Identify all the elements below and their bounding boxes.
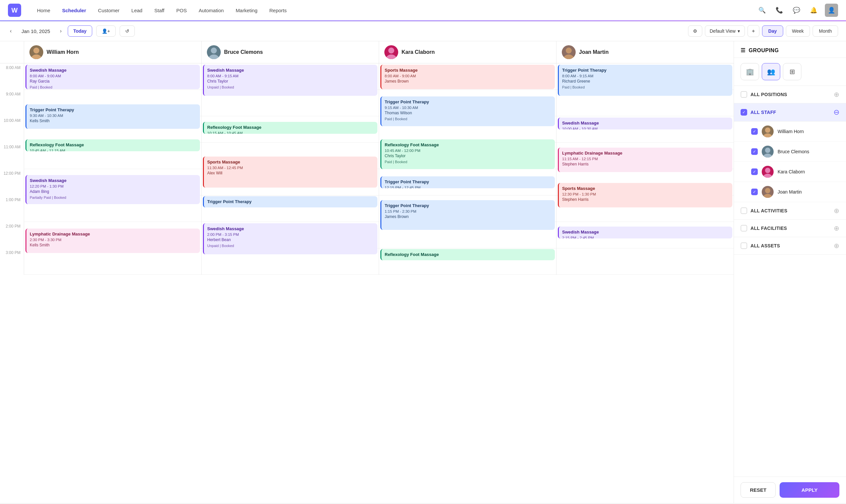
appt-jm-sports[interactable]: Sports Massage 12:30 PM - 1:30 PM Stephe… [558, 183, 732, 208]
assign-staff-button[interactable]: 👤+ [96, 25, 116, 37]
phone-button[interactable]: 📞 [773, 4, 785, 16]
appt-title: Reflexology Foot Massage [207, 125, 374, 130]
star-button[interactable]: ✦ [747, 25, 759, 37]
nav-home[interactable]: Home [32, 5, 55, 16]
staff-item-wh[interactable]: ✓ William Horn [734, 122, 846, 142]
all-activities-label: ALL ACTIVITIES [751, 208, 788, 213]
group-icon-building[interactable]: 🏢 [741, 63, 759, 80]
add-assets-icon[interactable]: ⊕ [834, 242, 840, 250]
col-william-horn[interactable]: Swedish Massage 8:00 AM - 9:00 AM Ray Ga… [24, 64, 201, 275]
view-week-button[interactable]: Week [786, 25, 810, 37]
appt-bc-trigger[interactable]: Trigger Point Therapy [203, 196, 377, 208]
default-view-select[interactable]: Default View ▾ [705, 25, 745, 37]
appt-time: 8:00 AM - 9:15 AM [207, 73, 374, 78]
nav-customer[interactable]: Customer [93, 5, 125, 16]
section-all-positions[interactable]: ALL POSITIONS ⊕ [734, 86, 846, 103]
appt-wh-trigger[interactable]: Trigger Point Therapy 9:30 AM - 10:30 AM… [25, 104, 200, 129]
appt-time: 9:30 AM - 10:30 AM [30, 113, 197, 118]
appt-time: 11:30 AM - 12:45 PM [207, 165, 374, 170]
staff-item-kc[interactable]: ✓ Kara Claborn [734, 162, 846, 182]
notification-button[interactable]: 🔔 [808, 4, 819, 16]
checkbox-jm[interactable]: ✓ [751, 188, 758, 195]
nav-marketing[interactable]: Marketing [230, 5, 263, 16]
reset-button[interactable]: RESET [741, 482, 776, 498]
staff-col-wh: William Horn [24, 41, 201, 63]
appt-wh-lymphatic[interactable]: Lymphatic Drainage Massage 2:30 PM - 3:3… [25, 229, 200, 253]
col-joan-martin[interactable]: Trigger Point Therapy 8:00 AM - 9:15 AM … [556, 64, 734, 275]
appt-bc-swedish[interactable]: Swedish Massage 8:00 AM - 9:15 AM Chris … [203, 65, 377, 96]
staff-item-bc[interactable]: ✓ Bruce Clemons [734, 142, 846, 162]
add-positions-icon[interactable]: ⊕ [834, 90, 840, 98]
refresh-button[interactable]: ↺ [120, 25, 135, 37]
appt-kc-trigger3[interactable]: Trigger Point Therapy 1:15 PM - 2:30 PM … [381, 200, 555, 230]
section-all-activities[interactable]: ALL ACTIVITIES ⊕ [734, 202, 846, 220]
add-facilities-icon[interactable]: ⊕ [834, 224, 840, 232]
today-button[interactable]: Today [68, 25, 92, 37]
filter-button[interactable]: ⚙ [688, 25, 702, 37]
checkbox-all-staff[interactable]: ✓ [741, 109, 747, 115]
svg-point-10 [765, 148, 770, 153]
add-activities-icon[interactable]: ⊕ [834, 207, 840, 215]
appt-kc-reflexology2[interactable]: Reflexology Foot Massage [381, 249, 555, 260]
appt-title: Swedish Massage [562, 120, 729, 126]
appt-kc-trigger2[interactable]: Trigger Point Therapy 12:15 PM - 12:45 P… [381, 176, 555, 188]
col-kara-claborn[interactable]: Sports Massage 8:00 AM - 9:00 AM James B… [379, 64, 556, 275]
prev-date-button[interactable]: ‹ [8, 26, 14, 36]
user-avatar[interactable]: 👤 [825, 4, 838, 17]
appt-client: Herbert Bean [207, 237, 374, 243]
appt-jm-swedish[interactable]: Swedish Massage 10:00 AM - 10:30 AM [558, 118, 732, 129]
nav-pos[interactable]: POS [171, 5, 192, 16]
view-month-button[interactable]: Month [813, 25, 838, 37]
avatar-kara-claborn [384, 45, 398, 59]
checkbox-all-facilities[interactable] [741, 225, 747, 232]
view-day-button[interactable]: Day [762, 25, 783, 37]
group-icon-staff[interactable]: 👥 [762, 63, 780, 80]
time-label-8am: 8:00 AM [0, 64, 24, 90]
checkbox-bc[interactable]: ✓ [751, 148, 758, 155]
grouping-icons: 🏢 👥 ⊞ [734, 58, 846, 86]
slot-jm-3[interactable] [557, 248, 734, 275]
time-gutter-header [0, 41, 24, 63]
section-all-facilities[interactable]: ALL FACILITIES ⊕ [734, 220, 846, 237]
staff-item-name-bc: Bruce Clemons [778, 149, 809, 154]
staff-item-jm[interactable]: ✓ Joan Martin [734, 182, 846, 202]
collapse-staff-icon[interactable]: ⊖ [833, 108, 840, 116]
appt-client: Richard Greene [562, 78, 729, 84]
appt-kc-trigger[interactable]: Trigger Point Therapy 9:15 AM - 10:30 AM… [381, 96, 555, 126]
appt-bc-swedish2[interactable]: Swedish Massage 2:00 PM - 3:15 PM Herber… [203, 223, 377, 254]
appt-title: Reflexology Foot Massage [385, 252, 551, 258]
appt-kc-reflexology[interactable]: Reflexology Foot Massage 10:45 AM - 12:0… [381, 139, 555, 169]
whatsapp-button[interactable]: 💬 [791, 4, 803, 16]
checkbox-all-activities[interactable] [741, 208, 747, 214]
nav-automation[interactable]: Automation [193, 5, 229, 16]
search-button[interactable]: 🔍 [756, 4, 768, 16]
checkbox-all-assets[interactable] [741, 242, 747, 249]
apply-button[interactable]: APPLY [779, 482, 840, 498]
appt-time: 1:15 PM - 2:30 PM [385, 209, 551, 214]
section-all-staff[interactable]: ✓ ALL STAFF ⊖ [734, 103, 846, 122]
section-all-assets[interactable]: ALL ASSETS ⊕ [734, 237, 846, 255]
appt-jm-swedish2[interactable]: Swedish Massage 2:15 PM - 2:45 PM [558, 227, 732, 238]
appt-status: Unpaid | Booked [207, 244, 374, 248]
appt-wh-reflexology[interactable]: Reflexology Foot Massage 10:45 AM - 11:1… [25, 139, 200, 151]
nav-scheduler[interactable]: Scheduler [57, 5, 91, 16]
appt-wh-swedish2[interactable]: Swedish Massage 12:20 PM - 1:30 PM Adam … [25, 175, 200, 204]
appt-bc-reflexology[interactable]: Reflexology Foot Massage 10:15 AM - 10:4… [203, 122, 377, 134]
appt-bc-sports[interactable]: Sports Massage 11:30 AM - 12:45 PM Alex … [203, 157, 377, 187]
appt-jm-trigger[interactable]: Trigger Point Therapy 8:00 AM - 9:15 AM … [558, 65, 732, 96]
appt-wh-swedish[interactable]: Swedish Massage 8:00 AM - 9:00 AM Ray Ga… [25, 65, 200, 89]
checkbox-wh[interactable]: ✓ [751, 128, 758, 135]
group-icon-table[interactable]: ⊞ [783, 63, 801, 80]
checkbox-kc[interactable]: ✓ [751, 168, 758, 175]
appt-title: Trigger Point Therapy [385, 99, 551, 105]
nav-staff[interactable]: Staff [149, 5, 170, 16]
appt-kc-sports[interactable]: Sports Massage 8:00 AM - 9:00 AM James B… [381, 65, 555, 89]
appt-time: 8:00 AM - 9:00 AM [385, 73, 551, 78]
next-date-button[interactable]: › [58, 26, 64, 36]
nav-lead[interactable]: Lead [126, 5, 148, 16]
appt-title: Sports Massage [562, 186, 729, 192]
checkbox-all-positions[interactable] [741, 91, 747, 98]
nav-reports[interactable]: Reports [264, 5, 292, 16]
col-bruce-clemons[interactable]: Swedish Massage 8:00 AM - 9:15 AM Chris … [201, 64, 379, 275]
appt-jm-lymphatic[interactable]: Lymphatic Drainage Massage 11:15 AM - 12… [558, 148, 732, 172]
